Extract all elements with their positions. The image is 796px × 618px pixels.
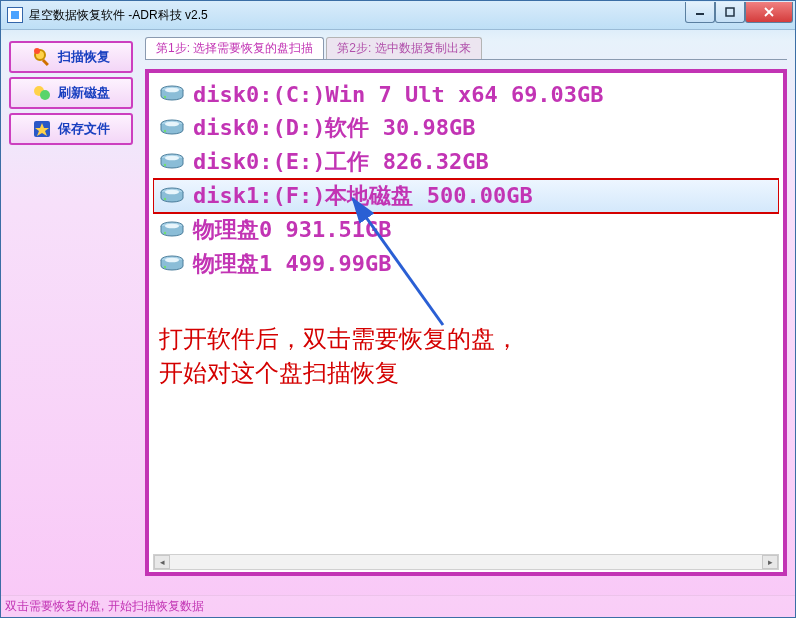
annotation-line2: 开始对这个盘扫描恢复 bbox=[159, 356, 773, 390]
disk-row[interactable]: disk0:(C:)Win 7 Ult x64 69.03GB bbox=[153, 77, 779, 111]
refresh-disks-label: 刷新磁盘 bbox=[58, 84, 110, 102]
scan-recover-button[interactable]: 扫描恢复 bbox=[9, 41, 133, 73]
svg-point-17 bbox=[164, 164, 166, 166]
svg-point-26 bbox=[164, 266, 166, 268]
scroll-track[interactable] bbox=[170, 555, 762, 569]
scroll-left-button[interactable]: ◂ bbox=[154, 555, 170, 569]
save-files-button[interactable]: 保存文件 bbox=[9, 113, 133, 145]
step-tabs: 第1步: 选择需要恢复的盘扫描 第2步: 选中数据复制出来 bbox=[145, 37, 787, 60]
svg-point-19 bbox=[165, 190, 179, 195]
drive-icon bbox=[159, 187, 185, 205]
drive-icon bbox=[159, 153, 185, 171]
svg-point-14 bbox=[164, 130, 166, 132]
maximize-icon bbox=[725, 7, 735, 17]
disk-row-text: 物理盘0 931.51GB bbox=[193, 215, 391, 245]
minimize-button[interactable] bbox=[685, 2, 715, 23]
svg-rect-1 bbox=[726, 8, 734, 16]
svg-rect-0 bbox=[696, 13, 704, 15]
svg-rect-3 bbox=[42, 59, 49, 66]
maximize-button[interactable] bbox=[715, 2, 745, 23]
horizontal-scrollbar[interactable]: ◂ ▸ bbox=[153, 554, 779, 570]
app-window: 星空数据恢复软件 -ADR科技 v2.5 扫描恢复 bbox=[0, 0, 796, 618]
disk-row-text: 物理盘1 499.99GB bbox=[193, 249, 391, 279]
disk-list: disk0:(C:)Win 7 Ult x64 69.03GBdisk0:(D:… bbox=[153, 77, 779, 552]
svg-point-10 bbox=[165, 88, 179, 93]
sidebar: 扫描恢复 刷新磁盘 保存文件 bbox=[9, 41, 133, 149]
disk-row[interactable]: disk0:(E:)工作 826.32GB bbox=[153, 145, 779, 179]
instruction-annotation: 打开软件后，双击需要恢复的盘， 开始对这个盘扫描恢复 bbox=[159, 322, 773, 390]
close-icon bbox=[763, 7, 775, 17]
svg-point-13 bbox=[165, 122, 179, 127]
disk-row-text: disk0:(D:)软件 30.98GB bbox=[193, 113, 475, 143]
scroll-right-button[interactable]: ▸ bbox=[762, 555, 778, 569]
disk-row[interactable]: 物理盘1 499.99GB bbox=[153, 247, 779, 281]
minimize-icon bbox=[695, 7, 705, 17]
disk-row[interactable]: disk1:(F:)本地磁盘 500.00GB bbox=[153, 179, 779, 213]
svg-point-25 bbox=[165, 258, 179, 263]
disk-row-text: disk1:(F:)本地磁盘 500.00GB bbox=[193, 181, 533, 211]
save-files-label: 保存文件 bbox=[58, 120, 110, 138]
disk-row-text: disk0:(C:)Win 7 Ult x64 69.03GB bbox=[193, 82, 604, 107]
tab-step1[interactable]: 第1步: 选择需要恢复的盘扫描 bbox=[145, 37, 324, 59]
title-bar: 星空数据恢复软件 -ADR科技 v2.5 bbox=[1, 1, 795, 30]
tab-step2[interactable]: 第2步: 选中数据复制出来 bbox=[326, 37, 481, 59]
disk-row[interactable]: disk0:(D:)软件 30.98GB bbox=[153, 111, 779, 145]
svg-point-20 bbox=[164, 198, 166, 200]
scan-recover-label: 扫描恢复 bbox=[58, 48, 110, 66]
refresh-disks-button[interactable]: 刷新磁盘 bbox=[9, 77, 133, 109]
magnifier-icon bbox=[32, 47, 52, 67]
annotation-line1: 打开软件后，双击需要恢复的盘， bbox=[159, 322, 773, 356]
close-button[interactable] bbox=[745, 2, 793, 23]
svg-point-16 bbox=[165, 156, 179, 161]
disk-row[interactable]: 物理盘0 931.51GB bbox=[153, 213, 779, 247]
svg-point-22 bbox=[165, 224, 179, 229]
svg-point-6 bbox=[40, 90, 50, 100]
status-bar: 双击需要恢复的盘, 开始扫描恢复数据 bbox=[1, 595, 795, 617]
drive-icon bbox=[159, 221, 185, 239]
svg-point-11 bbox=[164, 96, 166, 98]
svg-point-23 bbox=[164, 232, 166, 234]
disk-list-panel: disk0:(C:)Win 7 Ult x64 69.03GBdisk0:(D:… bbox=[145, 69, 787, 576]
drive-icon bbox=[159, 85, 185, 103]
save-icon bbox=[32, 119, 52, 139]
window-title: 星空数据恢复软件 -ADR科技 v2.5 bbox=[29, 7, 685, 24]
refresh-icon bbox=[32, 83, 52, 103]
drive-icon bbox=[159, 119, 185, 137]
svg-point-4 bbox=[34, 48, 40, 54]
disk-row-text: disk0:(E:)工作 826.32GB bbox=[193, 147, 489, 177]
drive-icon bbox=[159, 255, 185, 273]
window-buttons bbox=[685, 2, 793, 22]
app-icon bbox=[7, 7, 23, 23]
